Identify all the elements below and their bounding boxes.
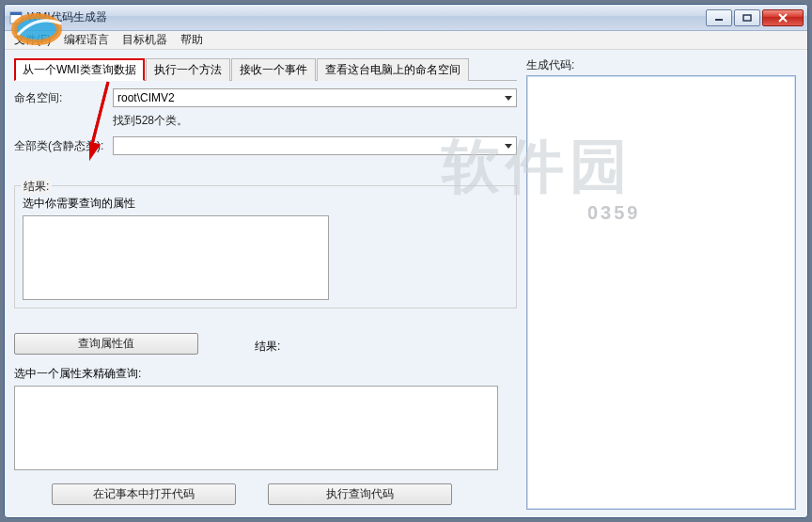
label-gen-code: 生成代码:: [526, 57, 796, 73]
svg-rect-1: [10, 12, 22, 15]
exec-code-button[interactable]: 执行查询代码: [268, 483, 452, 505]
close-button[interactable]: [762, 9, 804, 26]
content-area: 从一个WMI类查询数据 执行一个方法 接收一个事件 查看这台电脑上的命名空间 命…: [5, 50, 807, 517]
tab-query-class[interactable]: 从一个WMI类查询数据: [14, 58, 145, 81]
query-value-button[interactable]: 查询属性值: [14, 333, 198, 355]
combo-namespace-value: root\CIMV2: [117, 91, 175, 104]
bottom-buttons: 在记事本中打开代码 执行查询代码: [14, 483, 517, 505]
window-buttons: [706, 9, 804, 26]
app-icon: [8, 10, 23, 25]
label-namespace: 命名空间:: [14, 90, 113, 106]
menu-file[interactable]: 文件(F): [8, 30, 56, 50]
group-result: 结果: 选中你需要查询的属性: [14, 185, 517, 308]
tab-exec-method[interactable]: 执行一个方法: [146, 58, 230, 81]
menu-help[interactable]: 帮助: [175, 30, 209, 50]
window-title: WMI代码生成器: [27, 9, 706, 25]
left-pane: 从一个WMI类查询数据 执行一个方法 接收一个事件 查看这台电脑上的命名空间 命…: [5, 50, 526, 517]
label-select-one: 选中一个属性来精确查询:: [14, 366, 517, 382]
open-notepad-button[interactable]: 在记事本中打开代码: [52, 483, 236, 505]
listbox-properties[interactable]: [23, 215, 329, 300]
listbox-precise[interactable]: [14, 386, 498, 470]
tab-receive-event[interactable]: 接收一个事件: [231, 58, 316, 81]
maximize-button[interactable]: [734, 9, 760, 26]
tab-strip: 从一个WMI类查询数据 执行一个方法 接收一个事件 查看这台电脑上的命名空间: [14, 57, 517, 81]
textarea-gen-code[interactable]: [526, 75, 796, 510]
titlebar: WMI代码生成器: [5, 5, 807, 31]
found-status: 找到528个类。: [113, 113, 517, 129]
label-select-prop: 选中你需要查询的属性: [23, 196, 508, 212]
row-query: 查询属性值 结果:: [14, 333, 517, 360]
label-allclasses: 全部类(含静态类):: [14, 138, 113, 154]
combo-allclasses[interactable]: [113, 136, 517, 155]
row-namespace: 命名空间: root\CIMV2: [14, 88, 517, 107]
group-result-label: 结果:: [21, 179, 52, 195]
label-result2: 结果:: [255, 339, 280, 355]
row-allclasses: 全部类(含静态类):: [14, 136, 517, 155]
menu-target[interactable]: 目标机器: [117, 30, 173, 50]
svg-rect-3: [743, 15, 751, 21]
right-pane: 生成代码:: [526, 50, 807, 517]
app-window: WMI代码生成器 文件(F) 编程语言 目标机器 帮助 从一个WMI类查询数据 …: [4, 4, 808, 518]
tab-view-namespaces[interactable]: 查看这台电脑上的命名空间: [317, 58, 469, 81]
menu-lang[interactable]: 编程语言: [58, 30, 115, 50]
combo-namespace[interactable]: root\CIMV2: [113, 88, 517, 107]
menubar: 文件(F) 编程语言 目标机器 帮助: [5, 31, 807, 50]
minimize-button[interactable]: [706, 9, 732, 26]
